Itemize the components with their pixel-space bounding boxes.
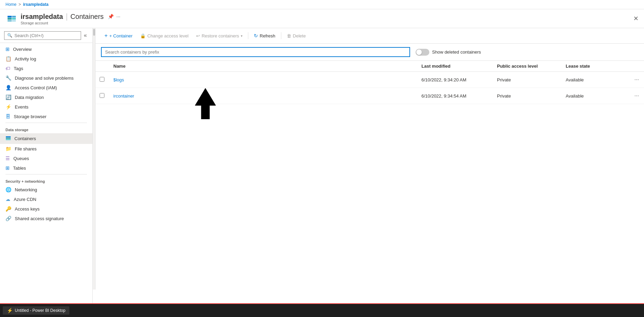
sidebar-nav: ⊞ Overview 📋 Activity log 🏷 Tags 🔧 Diagn… (0, 43, 92, 225)
row-checkbox-0[interactable] (100, 77, 104, 82)
row-more-button-1[interactable]: ··· (632, 91, 642, 100)
container-name-link-0[interactable]: $logs (113, 77, 124, 82)
toggle-area: Show deleted containers (416, 49, 481, 56)
sidebar-item-storage-browser[interactable]: 🗄 Storage browser (0, 112, 92, 121)
close-icon[interactable]: ✕ (633, 15, 639, 22)
sidebar-item-iam[interactable]: 👤 Access Control (IAM) (0, 83, 92, 92)
sas-icon: 🔗 (5, 216, 11, 221)
taskbar-item-power-bi[interactable]: ⚡ Untitled - Power BI Desktop (3, 306, 69, 315)
sidebar-label-diagnose: Diagnose and solve problems (15, 76, 74, 81)
breadcrumb-home[interactable]: Home (5, 2, 16, 7)
sidebar-item-tags[interactable]: 🏷 Tags (0, 64, 92, 73)
sidebar-item-overview[interactable]: ⊞ Overview (0, 44, 92, 54)
sidebar-item-queues[interactable]: ☰ Queues (0, 154, 92, 163)
taskbar-app-label: Untitled - Power BI Desktop (15, 308, 65, 313)
toolbar-separator-1 (248, 32, 248, 39)
storage-account-label: Storage account (21, 21, 121, 25)
breadcrumb-separator: > (19, 2, 21, 7)
containers-icon (5, 135, 11, 142)
networking-icon: 🌐 (5, 187, 11, 192)
sidebar-label-migration: Data migration (15, 95, 44, 100)
title-separator: | (66, 12, 68, 21)
search-icon: 🔍 (7, 33, 12, 38)
sidebar-item-data-migration[interactable]: 🔄 Data migration (0, 92, 92, 102)
sidebar-label-containers: Containers (14, 136, 36, 141)
restore-icon: ↩ (196, 33, 200, 38)
public-access-0: Private (493, 72, 562, 88)
container-name-link-1[interactable]: ircontainer (113, 93, 134, 99)
toggle-thumb (416, 49, 422, 55)
col-last-modified[interactable]: Last modified (417, 61, 493, 72)
sidebar-item-events[interactable]: ⚡ Events (0, 102, 92, 112)
restore-dropdown-icon: ▾ (241, 34, 242, 38)
sidebar-search-input[interactable] (14, 33, 78, 38)
sidebar-label-azure-cdn: Azure CDN (14, 197, 36, 202)
sidebar-item-diagnose[interactable]: 🔧 Diagnose and solve problems (0, 73, 92, 83)
delete-icon: 🗑 (287, 33, 291, 38)
search-container[interactable] (101, 47, 410, 57)
activity-log-icon: 📋 (5, 56, 11, 61)
lease-state-1: Available (562, 88, 630, 104)
sidebar-search-box[interactable]: 🔍 (4, 31, 81, 40)
sidebar-item-azure-cdn[interactable]: ☁ Azure CDN (0, 194, 92, 204)
sidebar-item-activity-log[interactable]: 📋 Activity log (0, 54, 92, 64)
sidebar-divider-1 (5, 123, 87, 123)
more-icon[interactable]: ··· (116, 14, 121, 19)
change-access-button[interactable]: 🔒 Change access level (137, 32, 192, 40)
containers-table: Name Last modified Public access level L… (95, 61, 644, 104)
search-input[interactable] (105, 49, 406, 55)
migration-icon: 🔄 (5, 94, 11, 100)
sidebar-label-tables: Tables (13, 166, 26, 171)
lease-state-0: Available (562, 72, 630, 88)
toolbar-separator-2 (281, 32, 281, 39)
sidebar-label-overview: Overview (13, 47, 32, 52)
events-icon: ⚡ (5, 104, 11, 110)
sidebar-item-containers[interactable]: Containers (0, 133, 92, 144)
table-row: ircontainer 6/10/2022, 9:34:54 AM Privat… (95, 88, 644, 104)
sidebar-item-file-shares[interactable]: 📁 File shares (0, 144, 92, 154)
svg-rect-0 (6, 136, 11, 137)
last-modified-0: 6/10/2022, 9:34:20 AM (417, 72, 493, 88)
pin-icon[interactable]: 📌 (108, 14, 114, 19)
show-deleted-label: Show deleted containers (432, 49, 481, 55)
sidebar-item-access-keys[interactable]: 🔑 Access keys (0, 204, 92, 214)
col-public-access[interactable]: Public access level (493, 61, 562, 72)
queues-icon: ☰ (5, 156, 10, 161)
search-bar-area: Show deleted containers (95, 44, 644, 61)
add-container-button[interactable]: + + Container (101, 31, 136, 41)
sidebar-label-iam: Access Control (IAM) (15, 85, 57, 90)
keys-icon: 🔑 (5, 206, 11, 212)
delete-button[interactable]: 🗑 Delete (283, 32, 309, 40)
public-access-1: Private (493, 88, 562, 104)
table-row: $logs 6/10/2022, 9:34:20 AM Private Avai… (95, 72, 644, 88)
page-title: Containers (70, 13, 104, 21)
col-name[interactable]: Name (109, 61, 417, 72)
cdn-icon: ☁ (5, 196, 10, 202)
svg-rect-2 (6, 139, 11, 140)
refresh-button[interactable]: ↻ Refresh (250, 31, 279, 40)
collapse-sidebar-icon[interactable]: « (82, 31, 88, 40)
sidebar-label-networking: Networking (15, 187, 37, 192)
sidebar-item-networking[interactable]: 🌐 Networking (0, 185, 92, 194)
col-lease-state[interactable]: Lease state (562, 61, 630, 72)
sidebar-item-tables[interactable]: ⊞ Tables (0, 163, 92, 173)
storage-browser-icon: 🗄 (5, 114, 10, 119)
iam-icon: 👤 (5, 85, 11, 90)
row-more-button-0[interactable]: ··· (632, 75, 642, 84)
overview-icon: ⊞ (5, 46, 10, 52)
power-bi-icon: ⚡ (7, 308, 13, 313)
data-storage-section-label: Data storage (0, 124, 92, 133)
sidebar-divider-2 (5, 174, 87, 174)
svg-rect-1 (6, 138, 11, 139)
show-deleted-toggle[interactable] (416, 49, 429, 56)
sidebar-item-sas[interactable]: 🔗 Shared access signature (0, 214, 92, 223)
breadcrumb-current[interactable]: irsampledata (23, 2, 48, 7)
sidebar-label-queues: Queues (13, 156, 29, 161)
row-checkbox-1[interactable] (100, 93, 104, 98)
tags-icon: 🏷 (5, 66, 10, 71)
sidebar-label-activity-log: Activity log (15, 56, 36, 61)
app-logo (5, 12, 18, 25)
add-container-icon: + (104, 33, 108, 39)
restore-containers-button[interactable]: ↩ Restore containers ▾ (193, 32, 246, 40)
last-modified-1: 6/10/2022, 9:34:54 AM (417, 88, 493, 104)
